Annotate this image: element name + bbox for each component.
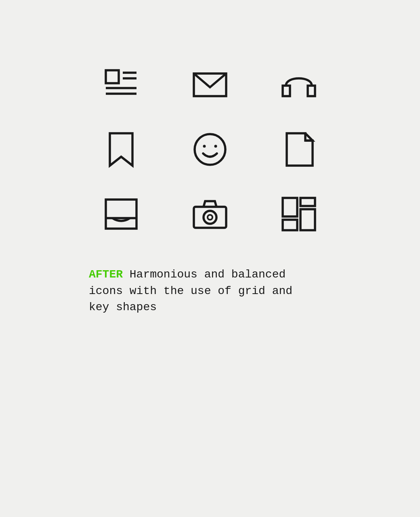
- svg-rect-0: [106, 70, 119, 83]
- svg-point-16: [208, 215, 212, 220]
- dashboard-icon: [279, 194, 319, 234]
- mail-icon: [190, 65, 230, 105]
- svg-point-10: [214, 145, 217, 148]
- svg-point-9: [203, 145, 206, 148]
- svg-rect-18: [300, 198, 315, 206]
- camera-icon: [190, 194, 230, 234]
- smiley-icon: [190, 129, 230, 170]
- after-label: AFTER: [89, 268, 123, 281]
- document-icon: [279, 129, 319, 170]
- caption-section: AFTER Harmonious and balanced icons with…: [89, 267, 315, 316]
- svg-rect-7: [308, 86, 315, 96]
- icon-row-3: [101, 194, 319, 234]
- icon-row-2: [101, 129, 319, 170]
- svg-rect-20: [283, 220, 297, 230]
- svg-rect-6: [283, 86, 290, 96]
- svg-rect-19: [300, 209, 315, 230]
- svg-point-15: [204, 211, 216, 224]
- headphones-icon: [279, 65, 319, 105]
- svg-rect-11: [106, 200, 136, 229]
- bookmark-icon: [101, 129, 141, 170]
- caption-paragraph: AFTER Harmonious and balanced icons with…: [89, 267, 315, 316]
- svg-point-8: [195, 134, 225, 165]
- icons-section: [101, 65, 319, 234]
- inbox-icon: [101, 194, 141, 234]
- article-icon: [101, 65, 141, 105]
- svg-rect-17: [283, 198, 297, 216]
- icon-row-1: [101, 65, 319, 105]
